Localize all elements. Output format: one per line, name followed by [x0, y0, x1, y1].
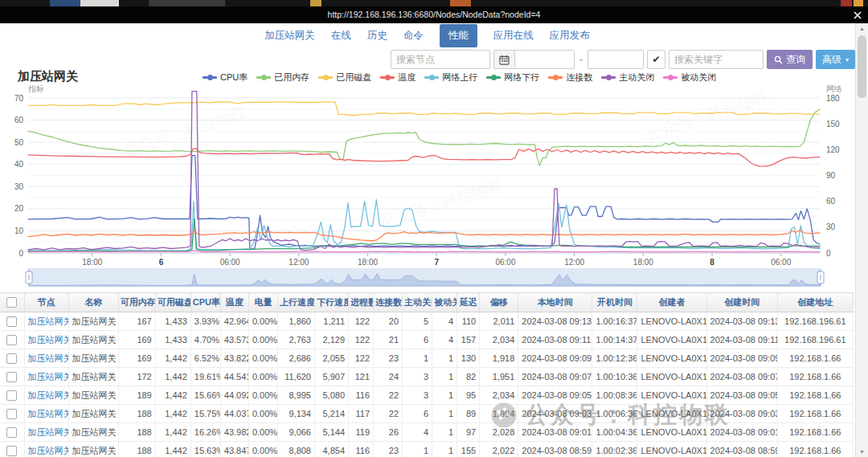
scroll-up-icon[interactable]: ▲ [856, 23, 868, 34]
column-header-本地时间[interactable]: 本地时间 [518, 293, 592, 312]
date-from-input[interactable] [515, 50, 575, 69]
search-node-input[interactable] [391, 50, 490, 69]
legend-item-网络下行[interactable]: 网络下行 [486, 71, 539, 84]
cell-名称: 加压站网关 [68, 349, 118, 368]
node-link[interactable]: 加压站网关 [24, 331, 68, 349]
row-checkbox[interactable] [6, 353, 17, 364]
legend-item-CPU率[interactable]: CPU率 [203, 71, 248, 84]
calendar-icon[interactable] [493, 50, 515, 69]
vertical-scrollbar[interactable]: ▲ ▼ [855, 23, 868, 457]
svg-text:0: 0 [826, 249, 831, 258]
tab-应用发布[interactable]: 应用发布 [550, 29, 590, 43]
cell-CPU率: 3.93% [190, 312, 220, 331]
column-header-主动关闭[interactable]: 主动关闭 [403, 293, 432, 312]
advanced-button[interactable]: 高级 ▾ [816, 50, 855, 69]
cell-本地时间: 2024-03-08 09:13:11 [518, 312, 592, 331]
legend-item-主动关闭[interactable]: 主动关闭 [601, 71, 654, 84]
column-header-温度[interactable]: 温度 [220, 293, 248, 312]
node-link[interactable]: 加压站网关 [24, 405, 68, 423]
column-header-电量[interactable]: 电量 [248, 293, 277, 312]
row-checkbox[interactable] [6, 446, 17, 456]
column-header-可用磁盘[interactable]: 可用磁盘 [155, 293, 190, 312]
svg-text:120: 120 [826, 145, 840, 154]
row-checkbox[interactable] [6, 409, 17, 419]
row-checkbox[interactable] [6, 390, 17, 401]
legend-item-温度[interactable]: 温度 [380, 71, 416, 84]
cell-进程数: 122 [349, 312, 374, 331]
cell-可用内存: 172 [118, 368, 155, 386]
cell-延迟: 89 [457, 405, 480, 423]
column-header-可用内存[interactable]: 可用内存 [118, 293, 155, 312]
cell-延迟: 155 [457, 442, 480, 457]
cell-被动关闭: 1 [432, 368, 457, 386]
column-header-进程数[interactable]: 进程数 [349, 293, 374, 312]
legend-marker-icon [548, 76, 563, 79]
legend-item-网络上行[interactable]: 网络上行 [424, 71, 477, 84]
column-header-上行速度[interactable]: 上行速度 [277, 293, 314, 312]
legend-marker-icon [256, 76, 271, 79]
row-checkbox[interactable] [6, 335, 17, 345]
cell-创建时间: 2024-03-08 09:03:07 [706, 405, 777, 423]
column-header-创建者[interactable]: 创建者 [637, 293, 706, 312]
node-link[interactable]: 加压站网关 [24, 349, 68, 368]
column-header-创建地址[interactable]: 创建地址 [777, 293, 853, 312]
column-header-下行速度[interactable]: 下行速度 [314, 293, 348, 312]
legend-marker-icon [380, 76, 395, 79]
legend-item-被动关闭[interactable]: 被动关闭 [663, 71, 716, 84]
cell-电量: 0.00% [248, 312, 277, 331]
cell-开机时间: 1.00:14:37 [592, 331, 637, 349]
cell-下行速度: 5,144 [314, 423, 348, 442]
search-keyword-input[interactable] [669, 50, 764, 69]
column-header-开机时间[interactable]: 开机时间 [592, 293, 637, 312]
tab-历史[interactable]: 历史 [367, 29, 387, 43]
date-to-input[interactable] [588, 50, 644, 69]
column-header-创建时间[interactable]: 创建时间 [706, 293, 777, 312]
tab-性能[interactable]: 性能 [440, 24, 477, 47]
tab-应用在线[interactable]: 应用在线 [493, 29, 534, 43]
cell-温度: 44.037 [220, 405, 248, 423]
column-header-连接数[interactable]: 连接数 [374, 293, 403, 312]
node-link[interactable]: 加压站网关 [24, 386, 68, 405]
query-button[interactable]: 查询 [767, 50, 813, 69]
scrollbar-thumb[interactable] [858, 35, 866, 98]
node-link[interactable]: 加压站网关 [24, 312, 68, 331]
cell-进程数: 119 [349, 423, 374, 442]
column-header-偏移[interactable]: 偏移 [480, 293, 518, 312]
node-link[interactable]: 加压站网关 [24, 368, 68, 386]
row-checkbox[interactable] [6, 372, 17, 382]
column-header-CPU率[interactable]: CPU率 [190, 293, 220, 312]
column-header-名称[interactable]: 名称 [68, 293, 118, 312]
cell-可用磁盘: 1,433 [155, 331, 190, 349]
datazoom-slider[interactable] [28, 268, 820, 287]
column-header-节点[interactable]: 节点 [24, 293, 68, 312]
node-link[interactable]: 加压站网关 [24, 423, 68, 442]
select-all-checkbox[interactable] [6, 297, 17, 308]
row-checkbox[interactable] [6, 316, 17, 327]
cell-创建者: LENOVO-LA0X1806 [637, 312, 706, 331]
column-header-延迟[interactable]: 延迟 [457, 293, 480, 312]
svg-text:18:00: 18:00 [358, 258, 378, 267]
row-checkbox[interactable] [6, 427, 17, 438]
column-header-被动关闭[interactable]: 被动关闭 [432, 293, 457, 312]
cell-连接数: 24 [374, 368, 403, 386]
cell-创建地址: 192.168.1.66 [777, 405, 853, 423]
chevron-down-icon: ▾ [845, 56, 849, 63]
node-link[interactable]: 加压站网关 [24, 442, 68, 457]
tab-命令[interactable]: 命令 [403, 29, 424, 43]
cell-偏移: 2,034 [480, 331, 518, 349]
tab-在线[interactable]: 在线 [331, 29, 351, 43]
cell-可用内存: 188 [118, 442, 155, 457]
legend-item-已用内存[interactable]: 已用内存 [256, 71, 309, 84]
cell-CPU率: 6.52% [190, 349, 220, 368]
legend-item-已用磁盘[interactable]: 已用磁盘 [318, 71, 371, 84]
page-title: 加压站网关 [18, 69, 78, 84]
check-toggle[interactable]: ✔ [647, 50, 665, 69]
performance-chart[interactable]: 指标网络010203040506070030609012015018018:00… [0, 84, 852, 268]
legend-item-连接数[interactable]: 连接数 [548, 71, 592, 84]
close-icon[interactable] [851, 9, 864, 22]
tab-加压站网关[interactable]: 加压站网关 [264, 29, 315, 43]
scroll-down-icon[interactable]: ▼ [856, 447, 868, 457]
cell-可用内存: 169 [118, 331, 155, 349]
cell-创建者: LENOVO-LA0X1806 [637, 423, 706, 442]
svg-text:0: 0 [18, 249, 23, 258]
